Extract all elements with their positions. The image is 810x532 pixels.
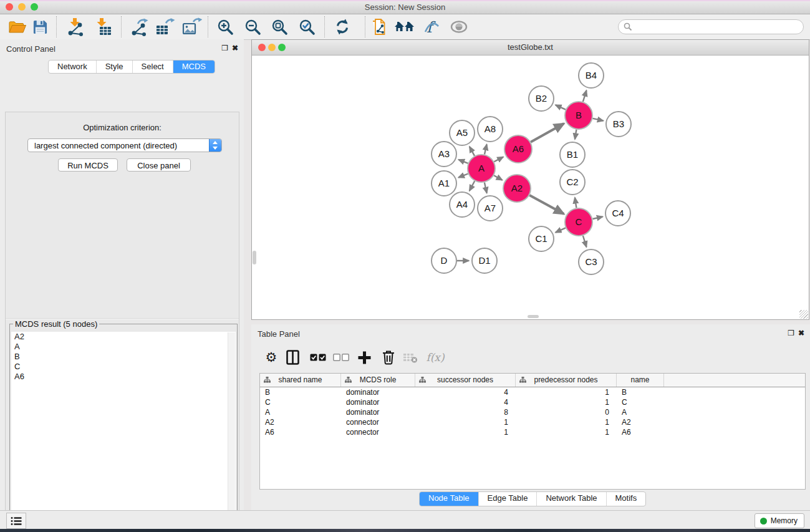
show-column-panel-icon[interactable]: [284, 348, 301, 367]
network-edge-A2-C[interactable]: [529, 195, 564, 214]
network-edge-A-A2[interactable]: [494, 175, 502, 180]
network-node-B1[interactable]: B1: [560, 142, 585, 167]
network-node-C[interactable]: C: [565, 208, 592, 236]
tab-select[interactable]: Select: [132, 60, 173, 73]
run-mcds-button[interactable]: Run MCDS: [58, 158, 118, 172]
table-float-panel-icon[interactable]: ❒: [788, 329, 794, 337]
network-node-A8[interactable]: A8: [478, 117, 503, 142]
network-node-A1[interactable]: A1: [432, 171, 456, 196]
tab-network-table[interactable]: Network Table: [536, 492, 605, 506]
mcds-result-item[interactable]: A2: [11, 332, 236, 342]
network-node-A5[interactable]: A5: [450, 120, 475, 145]
network-node-A3[interactable]: A3: [432, 142, 456, 167]
save-session-icon[interactable]: [29, 17, 51, 37]
network-node-A2[interactable]: A2: [503, 175, 531, 202]
network-node-B2[interactable]: B2: [529, 86, 554, 111]
network-edge-C-C4[interactable]: [593, 216, 603, 219]
add-column-icon[interactable]: [355, 348, 374, 367]
zoom-in-icon[interactable]: [214, 17, 236, 37]
task-history-button[interactable]: [6, 513, 26, 529]
column-header-successor-nodes[interactable]: successor nodes: [415, 374, 516, 387]
network-node-D1[interactable]: D1: [472, 248, 497, 273]
memory-button[interactable]: Memory: [755, 513, 804, 528]
refresh-layout-icon[interactable]: [331, 17, 354, 37]
network-node-C3[interactable]: C3: [579, 249, 604, 274]
close-panel-icon[interactable]: ✖: [232, 44, 238, 52]
table-row-A2[interactable]: A2connector11A2: [260, 417, 805, 427]
network-node-B[interactable]: B: [565, 102, 592, 129]
network-edge-A-A8[interactable]: [485, 144, 487, 154]
resize-grip-icon[interactable]: [799, 310, 808, 319]
tab-network[interactable]: Network: [49, 60, 96, 73]
hide-labels-icon[interactable]: f: [420, 17, 443, 37]
tab-edge-table[interactable]: Edge Table: [478, 492, 537, 506]
network-horizontal-scrollbar[interactable]: [528, 315, 539, 318]
mcds-result-item[interactable]: A: [11, 342, 236, 352]
zoom-out-icon[interactable]: [241, 17, 264, 37]
import-table-icon[interactable]: [92, 17, 114, 37]
export-image-icon[interactable]: [180, 17, 203, 37]
table-row-B[interactable]: Bdominator41B: [260, 387, 805, 397]
network-edge-B-B3[interactable]: [593, 118, 604, 121]
network-edge-A-A1[interactable]: [458, 174, 468, 178]
table-row-A6[interactable]: A6connector11A6: [260, 427, 805, 437]
network-node-A6[interactable]: A6: [504, 135, 532, 163]
network-edge-C-C1[interactable]: [556, 228, 566, 232]
import-network-icon[interactable]: [64, 17, 86, 37]
network-edge-A-A4[interactable]: [470, 181, 475, 191]
export-table-icon[interactable]: [153, 17, 176, 37]
network-edge-A6-B[interactable]: [531, 123, 564, 142]
mcds-list-scrollbar[interactable]: [228, 332, 235, 532]
home-view-icon[interactable]: [393, 17, 415, 37]
close-panel-button[interactable]: Close panel: [127, 158, 191, 172]
criterion-dropdown[interactable]: largest connected component (directed): [27, 138, 222, 152]
mcds-result-item[interactable]: A6: [11, 372, 236, 382]
table-row-A[interactable]: Adominator80A: [260, 407, 805, 417]
network-edge-B-B1[interactable]: [575, 130, 577, 140]
column-header-MCDS-role[interactable]: MCDS role: [341, 374, 415, 387]
search-input[interactable]: [635, 21, 796, 33]
network-edge-A-A3[interactable]: [458, 160, 468, 163]
table-settings-gear-icon[interactable]: ⚙: [263, 348, 280, 367]
network-edge-C-C2[interactable]: [575, 198, 577, 208]
network-node-B4[interactable]: B4: [579, 63, 604, 88]
delete-column-icon[interactable]: [380, 348, 397, 367]
table-row-C[interactable]: Cdominator41C: [260, 397, 805, 407]
column-header-name[interactable]: name: [617, 374, 664, 387]
network-edge-A-A7[interactable]: [485, 183, 487, 193]
network-edge-B-B4[interactable]: [583, 90, 587, 102]
zoom-fit-icon[interactable]: [268, 17, 291, 37]
tab-node-table[interactable]: Node Table: [420, 492, 478, 506]
network-edge-C-C3[interactable]: [583, 236, 587, 247]
network-node-C2[interactable]: C2: [560, 170, 585, 195]
search-field[interactable]: [618, 19, 804, 34]
tab-motifs[interactable]: Motifs: [606, 492, 646, 506]
tab-style[interactable]: Style: [96, 60, 132, 73]
show-hide-visibility-icon[interactable]: [448, 17, 470, 37]
column-header-predecessor-nodes[interactable]: predecessor nodes: [516, 374, 617, 387]
deselect-all-columns-icon[interactable]: [332, 348, 350, 367]
export-network-icon[interactable]: [128, 17, 150, 37]
network-node-C4[interactable]: C4: [605, 201, 630, 226]
column-header-shared-name[interactable]: shared name: [260, 374, 341, 387]
network-node-A7[interactable]: A7: [478, 196, 503, 221]
open-session-icon[interactable]: [6, 17, 29, 37]
network-edge-A-A6[interactable]: [494, 157, 503, 162]
network-vertical-scrollbar[interactable]: [253, 251, 256, 264]
network-document-icon[interactable]: [369, 17, 392, 37]
select-all-columns-icon[interactable]: [309, 348, 327, 367]
network-edge-A-A5[interactable]: [470, 147, 475, 156]
network-node-A4[interactable]: A4: [450, 192, 475, 217]
network-node-B3[interactable]: B3: [606, 112, 631, 137]
float-panel-icon[interactable]: ❒: [221, 44, 228, 52]
network-canvas-svg[interactable]: B4B2BB3A8A5A6A3B1AC2A1A2A4A7C4CC1C3DD1: [252, 56, 809, 319]
mcds-result-item[interactable]: B: [11, 352, 236, 362]
network-node-A[interactable]: A: [468, 155, 495, 182]
network-node-D[interactable]: D: [432, 248, 456, 273]
table-close-panel-icon[interactable]: ✖: [798, 329, 804, 337]
mcds-result-item[interactable]: C: [11, 362, 236, 372]
zoom-selected-icon[interactable]: [296, 17, 318, 37]
network-edge-B-B2[interactable]: [556, 105, 566, 109]
tab-mcds[interactable]: MCDS: [173, 60, 215, 73]
network-node-C1[interactable]: C1: [529, 226, 554, 251]
